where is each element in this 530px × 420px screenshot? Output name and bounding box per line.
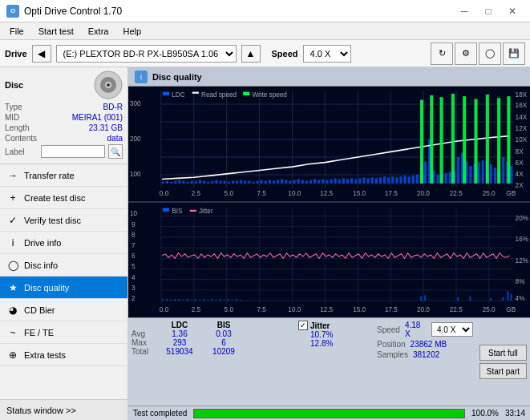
svg-rect-108 xyxy=(430,95,433,184)
svg-rect-35 xyxy=(219,181,221,184)
nav-transfer-rate[interactable]: → Transfer rate xyxy=(0,164,127,187)
ldc-max: 293 xyxy=(156,338,204,347)
nav-drive-info[interactable]: i Drive info xyxy=(0,232,127,254)
minimize-button[interactable]: ─ xyxy=(453,3,475,19)
svg-text:Write speed: Write speed xyxy=(252,91,287,99)
label-input[interactable] xyxy=(41,145,105,158)
svg-rect-53 xyxy=(293,180,296,184)
svg-text:10.0: 10.0 xyxy=(288,305,301,313)
svg-rect-65 xyxy=(342,178,345,184)
nav-fe-te[interactable]: ~ FE / TE xyxy=(0,321,127,344)
svg-text:10.0: 10.0 xyxy=(288,189,301,197)
app-title: Opti Drive Control 1.70 xyxy=(24,6,122,17)
svg-text:2: 2 xyxy=(131,294,136,302)
close-button[interactable]: ✕ xyxy=(501,3,524,19)
svg-rect-170 xyxy=(174,299,176,301)
chart-bottom-svg: BIS Jitter 10 9 8 7 6 5 4 3 2 20% 16% xyxy=(128,203,530,317)
extra-tests-icon: ⊕ xyxy=(6,349,19,361)
progress-percent: 100.0% xyxy=(471,409,499,418)
svg-text:2X: 2X xyxy=(516,181,524,189)
drive-select[interactable]: (E:) PLEXTOR BD-R PX-LB950SA 1.06 xyxy=(56,45,237,63)
refresh-icon-btn[interactable]: ↻ xyxy=(431,42,453,65)
speed-value: 4.18 X xyxy=(405,321,427,338)
save-icon-btn[interactable]: 💾 xyxy=(503,42,525,65)
contents-value: data xyxy=(107,134,123,143)
transfer-rate-icon: → xyxy=(6,169,19,182)
svg-rect-88 xyxy=(436,175,439,184)
svg-text:7: 7 xyxy=(131,241,136,249)
svg-text:6X: 6X xyxy=(516,159,524,167)
total-label: Total xyxy=(131,347,156,356)
menu-help[interactable]: Help xyxy=(116,25,148,38)
titlebar-controls: ─ □ ✕ xyxy=(453,3,524,19)
svg-rect-81 xyxy=(408,176,411,184)
svg-rect-63 xyxy=(334,178,337,184)
nav-verify-test-disc[interactable]: ✓ Verify test disc xyxy=(0,209,127,232)
svg-text:10: 10 xyxy=(130,209,137,217)
svg-text:7.5: 7.5 xyxy=(257,305,267,313)
svg-rect-110 xyxy=(451,94,455,184)
start-full-button[interactable]: Start full xyxy=(479,345,527,361)
svg-text:15.0: 15.0 xyxy=(353,189,366,197)
svg-rect-75 xyxy=(383,176,386,184)
svg-text:200: 200 xyxy=(130,135,141,143)
nav-create-test-disc[interactable]: + Create test disc xyxy=(0,187,127,209)
svg-rect-78 xyxy=(395,177,398,184)
status-window-btn[interactable]: Status window >> xyxy=(0,399,127,420)
svg-rect-177 xyxy=(203,299,204,301)
disc-icon xyxy=(94,71,123,99)
disc-panel: Disc Type BD-R MID MEIRA1 (001) Length xyxy=(0,67,127,164)
svg-rect-59 xyxy=(318,180,320,184)
svg-rect-107 xyxy=(420,100,423,184)
erase-icon-btn[interactable]: ◯ xyxy=(479,42,501,65)
nav-disc-info[interactable]: ◯ Disc info xyxy=(0,254,127,277)
drive-eject-btn[interactable]: ▲ xyxy=(241,45,261,63)
svg-rect-61 xyxy=(326,180,328,184)
settings-icon-btn[interactable]: ⚙ xyxy=(455,42,477,65)
svg-rect-91 xyxy=(449,172,451,184)
svg-rect-29 xyxy=(195,181,197,184)
ldc-avg: 1.36 xyxy=(156,329,204,338)
app-icon: O xyxy=(6,5,19,18)
svg-rect-182 xyxy=(224,300,225,301)
nav-label-verify-test-disc: Verify test disc xyxy=(24,216,81,225)
nav-cd-bier[interactable]: ◕ CD Bier xyxy=(0,299,127,321)
menu-extra[interactable]: Extra xyxy=(82,25,115,38)
nav-disc-quality[interactable]: ★ Disc quality xyxy=(0,277,127,299)
menubar: File Start test Extra Help xyxy=(0,22,530,40)
svg-rect-66 xyxy=(346,180,349,184)
svg-rect-112 xyxy=(474,99,477,184)
disc-label-row: Label 🔍 xyxy=(5,144,123,159)
position-key: Position xyxy=(377,340,406,349)
disc-panel-title: Disc xyxy=(5,80,23,90)
svg-text:2.5: 2.5 xyxy=(192,305,201,313)
svg-rect-96 xyxy=(469,166,471,184)
speed-select-stats[interactable]: 4.0 X xyxy=(431,322,473,337)
svg-rect-115 xyxy=(507,96,510,184)
svg-rect-45 xyxy=(261,180,263,184)
svg-rect-98 xyxy=(478,163,480,184)
svg-text:22.5: 22.5 xyxy=(450,305,463,313)
svg-rect-180 xyxy=(215,300,216,301)
maximize-button[interactable]: □ xyxy=(477,3,500,19)
svg-text:4: 4 xyxy=(131,273,136,281)
svg-rect-171 xyxy=(178,299,180,301)
jitter-checkbox[interactable]: ✓ xyxy=(298,321,308,330)
drive-icon-prev[interactable]: ◀ xyxy=(32,45,51,63)
stats-bar: LDC BIS Avg 1.36 0.03 Max 293 6 xyxy=(128,317,530,406)
speed-key: Speed xyxy=(377,325,400,334)
nav-extra-tests[interactable]: ⊕ Extra tests xyxy=(0,344,127,366)
fe-te-icon: ~ xyxy=(6,326,19,339)
svg-rect-33 xyxy=(211,181,213,184)
nav-label-extra-tests: Extra tests xyxy=(24,350,66,360)
label-search-btn[interactable]: 🔍 xyxy=(108,144,123,159)
svg-rect-27 xyxy=(187,182,189,184)
svg-rect-25 xyxy=(178,180,180,184)
speed-select[interactable]: 4.0 X xyxy=(303,45,351,63)
length-value: 23.31 GB xyxy=(89,123,123,132)
menu-file[interactable]: File xyxy=(3,25,30,38)
drive-info-icon: i xyxy=(6,236,19,249)
svg-rect-118 xyxy=(192,92,199,94)
start-part-button[interactable]: Start part xyxy=(479,363,527,379)
menu-start-test[interactable]: Start test xyxy=(32,25,80,38)
